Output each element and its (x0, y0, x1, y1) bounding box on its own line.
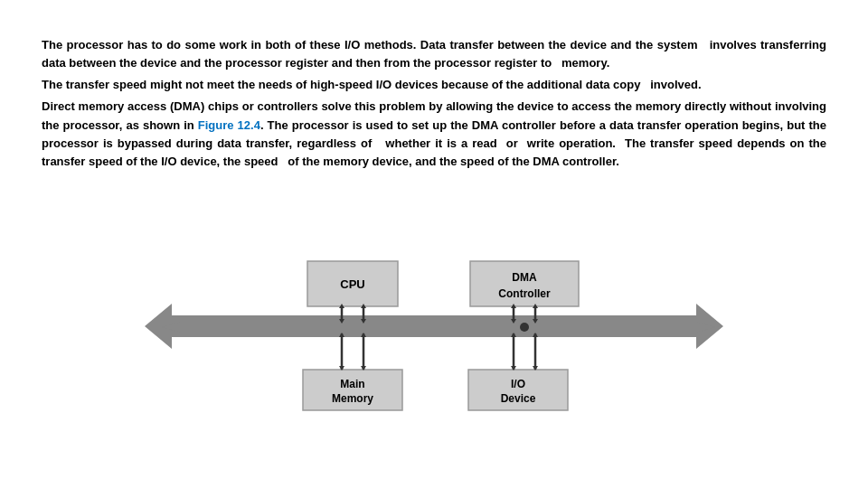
paragraph-2: The transfer speed might not meet the ne… (42, 76, 826, 94)
dma-bus-dot (520, 323, 529, 332)
memory-label-line2: Memory (332, 392, 373, 405)
text-content: The processor has to do some work in bot… (42, 36, 826, 174)
memory-label-line1: Main (340, 378, 364, 390)
bus-shaft (185, 321, 692, 333)
figure-link[interactable]: Figure 12.4 (198, 118, 260, 132)
dma-diagram: CPU DMA Controller Main Memory I/O Devic… (145, 236, 723, 417)
cpu-label: CPU (340, 277, 364, 291)
paragraph-3: Direct memory access (DMA) chips or cont… (42, 98, 826, 171)
io-label-line2: Device (501, 392, 536, 405)
page: The processor has to do some work in bot… (0, 0, 868, 488)
dma-label-line1: DMA (512, 271, 537, 284)
io-label-line1: I/O (511, 378, 525, 390)
paragraph-1: The processor has to do some work in bot… (42, 36, 826, 72)
diagram-area: CPU DMA Controller Main Memory I/O Devic… (42, 183, 826, 470)
dma-label-line2: Controller (498, 287, 551, 300)
